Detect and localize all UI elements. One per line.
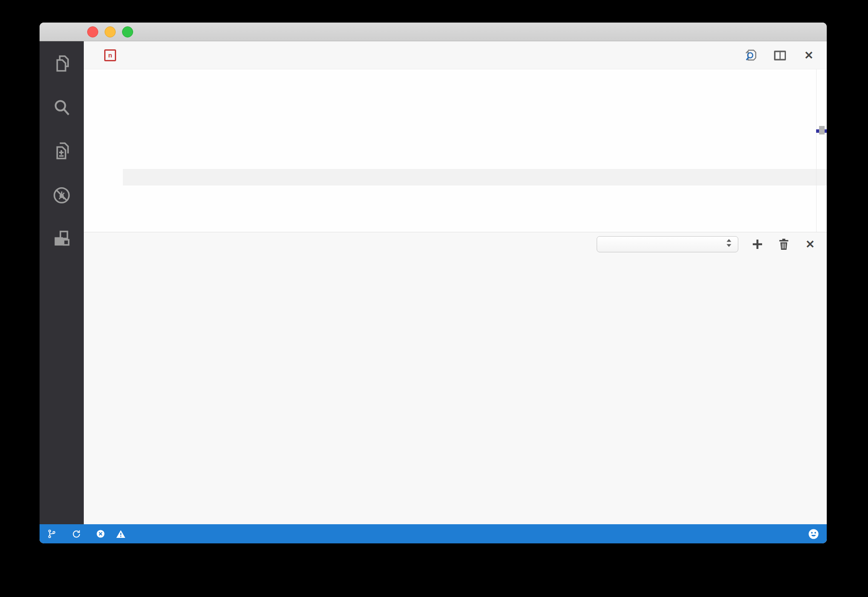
sidebar-item-source-control[interactable] [51,140,72,165]
panel-header: ✕ [84,232,827,256]
sidebar-item-debug[interactable] [51,184,72,209]
sync-icon [71,529,81,539]
main-area: n [40,41,827,524]
code-editor[interactable] [84,69,827,232]
editor-scrollbar-thumb[interactable] [819,126,825,134]
sidebar-item-extensions[interactable] [51,228,72,252]
close-editor-icon[interactable]: ✕ [802,49,816,62]
feedback-smiley[interactable] [808,528,819,540]
current-line-highlight [123,169,827,186]
extensions-icon [51,229,72,251]
git-branch-icon [47,529,56,539]
new-terminal-icon[interactable] [750,237,765,251]
minimize-window-button[interactable] [105,26,116,37]
panel-tabs [104,243,216,246]
git-branch-indicator[interactable] [47,529,60,539]
editor-actions: ✕ [744,41,816,69]
bottom-panel: ✕ [84,232,827,524]
status-bar [40,524,827,543]
split-editor-icon[interactable] [773,49,787,62]
sidebar-item-explorer[interactable] [51,52,72,77]
zoom-window-button[interactable] [122,26,133,37]
files-icon [51,54,72,76]
smiley-icon [808,528,819,540]
terminal-select[interactable] [597,236,738,252]
debug-disabled-icon [51,185,72,207]
close-window-button[interactable] [87,26,98,37]
activity-bar [40,41,84,524]
traffic-lights [87,26,133,37]
editor-column: n [84,41,827,524]
kill-terminal-icon[interactable] [777,237,791,251]
select-spinner-icon [724,238,734,250]
warning-icon [116,530,125,538]
status-bar-right [721,528,819,540]
npm-file-icon: n [104,49,116,61]
search-icon [51,97,72,120]
panel-controls: ✕ [597,232,817,256]
git-sync-indicator[interactable] [71,529,84,539]
error-icon [96,529,105,538]
scrollbar-gutter-line [816,69,817,232]
title-bar[interactable] [40,23,827,41]
vscode-window: n [40,23,827,543]
close-panel-icon[interactable]: ✕ [803,237,817,251]
problems-indicator[interactable] [96,529,129,538]
tab-strip: n [84,41,827,69]
terminal[interactable] [84,256,827,524]
find-in-file-icon[interactable] [744,49,758,62]
diff-file-icon [51,141,72,163]
tab-package-json[interactable]: n [84,49,128,61]
sidebar-item-search[interactable] [51,96,72,121]
